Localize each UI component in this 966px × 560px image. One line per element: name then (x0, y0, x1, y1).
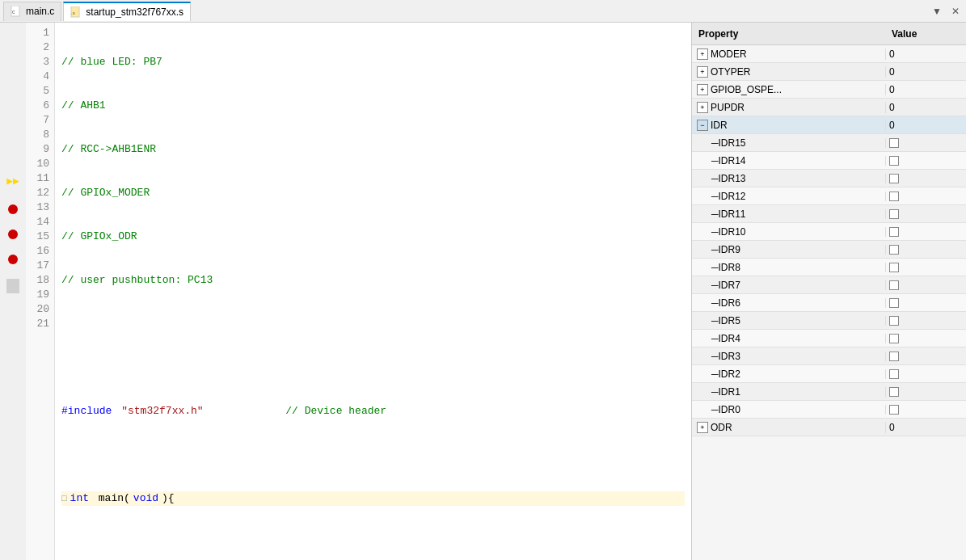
prop-value-IDR12[interactable] (885, 192, 966, 201)
checkbox-IDR15[interactable] (889, 138, 899, 148)
svg-text:.s: .s (71, 11, 75, 15)
prop-value-IDR10[interactable] (885, 227, 966, 237)
code-line-8 (61, 360, 685, 375)
prop-row-IDR5: ─IDR5 (692, 312, 966, 330)
left-gutter: ▶▶ (0, 23, 26, 560)
prop-label-IDR9: ─IDR9 (711, 244, 740, 255)
prop-value-IDR2[interactable] (885, 369, 966, 379)
checkbox-IDR2[interactable] (889, 369, 899, 379)
breakpoint-15[interactable] (8, 229, 18, 239)
expand-GPIOB_OSPE[interactable]: + (697, 84, 708, 95)
prop-row-IDR8: ─IDR8 (692, 259, 966, 276)
tab-controls: ▼ ✕ (929, 4, 963, 19)
prop-value-IDR8[interactable] (885, 263, 966, 272)
code-line-10 (61, 448, 685, 462)
prop-value-IDR1[interactable] (885, 387, 966, 397)
prop-row-IDR13: ─IDR13 (692, 170, 966, 187)
prop-label-IDR1: ─IDR1 (711, 386, 740, 398)
property-list[interactable]: + MODER 0 + OTYPER 0 + GPIOB_OSPE... (692, 45, 966, 560)
prop-value-IDR14[interactable] (885, 156, 966, 166)
prop-label-IDR: IDR (711, 120, 728, 131)
checkbox-IDR8[interactable] (889, 263, 899, 272)
prop-value-IDR4[interactable] (885, 334, 966, 343)
line-numbers: 1 2 3 4 5 6 7 8 9 10 11 12 13 14 15 16 1… (26, 23, 55, 560)
prop-value-IDR6[interactable] (885, 298, 966, 308)
checkbox-IDR6[interactable] (889, 298, 899, 308)
tab-startup[interactable]: .s startup_stm32f767xx.s (63, 2, 191, 21)
checkbox-IDR5[interactable] (889, 316, 899, 326)
tab-dropdown-button[interactable]: ▼ (929, 4, 945, 19)
checkbox-IDR0[interactable] (889, 405, 899, 415)
prop-label-GPIOB_OSPE: GPIOB_OSPE... (711, 84, 782, 95)
tab-bar: c main.c .s startup_stm32f767xx.s ▼ ✕ (0, 0, 966, 23)
expand-PUPDR[interactable]: + (697, 102, 708, 113)
checkbox-IDR9[interactable] (889, 245, 899, 255)
code-editor[interactable]: // blue LED: PB7 // AHB1 // RCC->AHB1ENR… (55, 23, 691, 560)
editor-area[interactable]: 1 2 3 4 5 6 7 8 9 10 11 12 13 14 15 16 1… (26, 23, 691, 560)
property-column-header: Property (692, 25, 885, 43)
checkbox-IDR11[interactable] (889, 209, 899, 219)
tab-main-c[interactable]: c main.c (3, 2, 61, 21)
property-inspector: Property Value + MODER 0 + OTYPER 0 (691, 23, 966, 560)
prop-value-IDR7[interactable] (885, 280, 966, 290)
tab-main-c-label: main.c (26, 6, 54, 17)
tab-close-button[interactable]: ✕ (948, 4, 963, 19)
prop-label-IDR4: ─IDR4 (711, 333, 740, 344)
prop-label-IDR3: ─IDR3 (711, 351, 740, 362)
prop-row-IDR6: ─IDR6 (692, 294, 966, 312)
prop-label-IDR15: ─IDR15 (711, 137, 746, 149)
asm-file-icon: .s (70, 6, 82, 18)
code-line-12 (61, 535, 685, 549)
checkbox-IDR12[interactable] (889, 192, 899, 201)
prop-label-IDR5: ─IDR5 (711, 315, 740, 326)
svg-text:c: c (12, 9, 15, 15)
checkbox-IDR7[interactable] (889, 280, 899, 290)
prop-label-IDR0: ─IDR0 (711, 404, 740, 415)
code-line-5: // GPIOx_ODR (61, 229, 685, 244)
checkbox-IDR14[interactable] (889, 156, 899, 166)
expand-OTYPER[interactable]: + (697, 66, 708, 78)
prop-row-IDR12: ─IDR12 (692, 187, 966, 205)
prop-label-IDR14: ─IDR14 (711, 155, 746, 166)
collapse-icon[interactable]: □ (61, 491, 67, 506)
prop-value-IDR13[interactable] (885, 174, 966, 183)
code-line-4: // GPIOx_MODER (61, 186, 685, 200)
prop-label-IDR6: ─IDR6 (711, 297, 740, 309)
prop-value-IDR9[interactable] (885, 245, 966, 255)
main-layout: ▶▶ 1 2 3 4 5 6 7 8 9 10 11 12 13 14 (0, 23, 966, 560)
prop-row-IDR3: ─IDR3 (692, 347, 966, 365)
prop-row-IDR4: ─IDR4 (692, 330, 966, 347)
checkbox-IDR10[interactable] (889, 227, 899, 237)
prop-value-IDR0[interactable] (885, 405, 966, 415)
code-line-11: □int main(void){ (61, 491, 685, 506)
prop-value-IDR11[interactable] (885, 209, 966, 219)
checkbox-IDR13[interactable] (889, 174, 899, 183)
prop-row-IDR0: ─IDR0 (692, 401, 966, 419)
prop-value-OTYPER: 0 (885, 66, 966, 78)
expand-ODR[interactable]: + (697, 422, 708, 433)
prop-row-IDR10: ─IDR10 (692, 223, 966, 241)
value-column-header: Value (885, 25, 966, 43)
prop-label-IDR7: ─IDR7 (711, 280, 740, 291)
expand-MODER[interactable]: + (697, 48, 708, 60)
prop-label-IDR13: ─IDR13 (711, 173, 746, 184)
prop-row-OTYPER: + OTYPER 0 (692, 63, 966, 81)
code-line-1: // blue LED: PB7 (61, 55, 685, 69)
prop-value-GPIOB_OSPE: 0 (885, 84, 966, 95)
prop-label-IDR12: ─IDR12 (711, 191, 746, 202)
prop-row-ODR: + ODR 0 (692, 419, 966, 436)
checkbox-IDR3[interactable] (889, 352, 899, 361)
prop-value-IDR15[interactable] (885, 138, 966, 148)
prop-row-IDR11: ─IDR11 (692, 205, 966, 223)
expand-IDR[interactable]: − (697, 120, 708, 131)
checkbox-IDR1[interactable] (889, 387, 899, 397)
code-line-7 (61, 317, 685, 331)
breakpoint-17[interactable] (8, 255, 18, 264)
breakpoint-13[interactable] (8, 204, 18, 214)
prop-row-IDR14: ─IDR14 (692, 152, 966, 170)
prop-row-PUPDR: + PUPDR 0 (692, 99, 966, 116)
prop-value-IDR5[interactable] (885, 316, 966, 326)
prop-value-IDR3[interactable] (885, 352, 966, 361)
checkbox-IDR4[interactable] (889, 334, 899, 343)
prop-value-ODR: 0 (885, 422, 966, 433)
